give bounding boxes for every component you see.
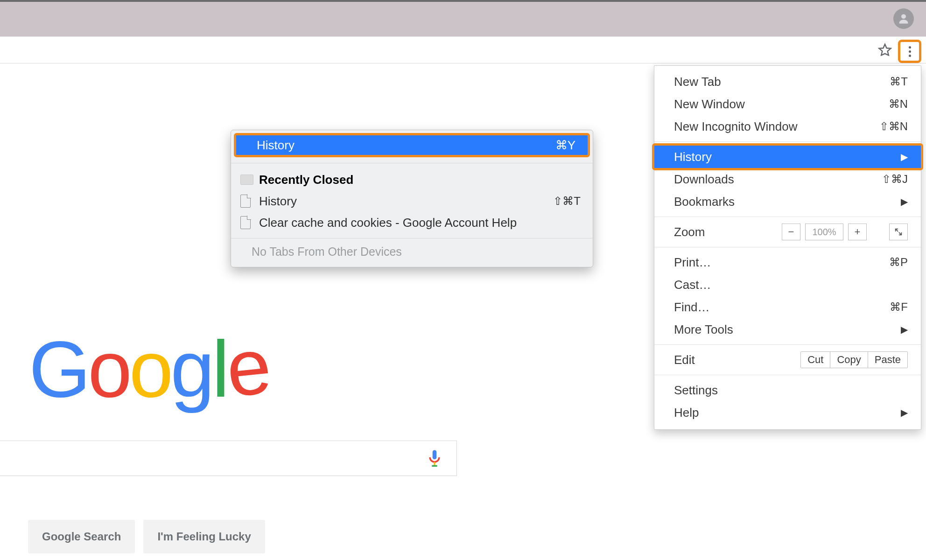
fullscreen-button[interactable]: [889, 224, 908, 240]
microphone-icon: [427, 449, 442, 469]
recently-closed-item[interactable]: Clear cache and cookies - Google Account…: [231, 212, 593, 233]
chrome-main-menu: New Tab⌘T New Window⌘N New Incognito Win…: [654, 65, 921, 430]
search-buttons: Google Search I'm Feeling Lucky: [28, 520, 265, 553]
recently-closed-header: Recently Closed: [231, 169, 593, 190]
zoom-value: 100%: [805, 224, 843, 240]
submenu-arrow-icon: ▶: [901, 324, 908, 335]
menu-separator: [654, 247, 921, 247]
menu-more-tools[interactable]: More Tools▶: [654, 318, 921, 341]
menu-zoom-row: Zoom −100%+: [654, 221, 921, 243]
menu-find[interactable]: Find…⌘F: [654, 296, 921, 318]
menu-new-tab[interactable]: New Tab⌘T: [654, 70, 921, 93]
star-outline-icon: [877, 42, 892, 57]
voice-search-button[interactable]: [427, 449, 442, 468]
submenu-arrow-icon: ▶: [901, 196, 908, 207]
menu-edit-row: Edit Cut Copy Paste: [654, 349, 921, 371]
fullscreen-icon: [894, 228, 903, 236]
menu-print[interactable]: Print…⌘P: [654, 251, 921, 273]
recently-closed-item[interactable]: History ⇧⌘T: [231, 190, 593, 212]
highlight-annotation: History▶: [652, 143, 923, 170]
profile-avatar-button[interactable]: [893, 8, 914, 29]
chrome-menu-button[interactable]: [898, 40, 921, 63]
zoom-out-button[interactable]: −: [782, 224, 800, 240]
edit-cut-button[interactable]: Cut: [801, 352, 830, 368]
google-logo: Google: [29, 329, 268, 409]
no-tabs-other-devices: No Tabs From Other Devices: [231, 238, 593, 267]
bookmark-star-button[interactable]: [877, 42, 892, 57]
kebab-icon: [909, 45, 911, 58]
menu-downloads[interactable]: Downloads⇧⌘J: [654, 168, 921, 190]
menu-separator: [231, 163, 593, 163]
person-icon: [897, 12, 910, 25]
menu-settings[interactable]: Settings: [654, 379, 921, 401]
page-icon: [240, 216, 251, 229]
submenu-arrow-icon: ▶: [901, 151, 908, 162]
page-icon: [240, 195, 251, 208]
highlight-annotation: History⌘Y: [234, 133, 590, 157]
zoom-in-button[interactable]: +: [848, 224, 867, 240]
feeling-lucky-button[interactable]: I'm Feeling Lucky: [143, 520, 265, 553]
menu-separator: [654, 141, 921, 142]
address-bar-row: [0, 36, 926, 63]
menu-help[interactable]: Help▶: [654, 401, 921, 424]
submenu-history[interactable]: History⌘Y: [236, 135, 588, 155]
folder-icon: [240, 175, 253, 185]
edit-copy-button[interactable]: Copy: [830, 352, 867, 368]
menu-separator: [654, 375, 921, 375]
google-search-button[interactable]: Google Search: [28, 520, 135, 553]
menu-cast[interactable]: Cast…: [654, 273, 921, 296]
menu-new-incognito[interactable]: New Incognito Window⇧⌘N: [654, 115, 921, 138]
edit-paste-button[interactable]: Paste: [868, 352, 907, 368]
menu-bookmarks[interactable]: Bookmarks▶: [654, 190, 921, 213]
menu-new-window[interactable]: New Window⌘N: [654, 93, 921, 115]
menu-history[interactable]: History▶: [654, 146, 921, 168]
svg-point-0: [901, 14, 906, 19]
svg-rect-1: [433, 450, 437, 459]
menu-separator: [654, 344, 921, 345]
search-input[interactable]: [0, 441, 457, 476]
menu-separator: [654, 217, 921, 217]
submenu-arrow-icon: ▶: [901, 407, 908, 418]
window-tab-strip: [0, 0, 926, 37]
history-submenu: History⌘Y Recently Closed History ⇧⌘T Cl…: [231, 130, 593, 267]
